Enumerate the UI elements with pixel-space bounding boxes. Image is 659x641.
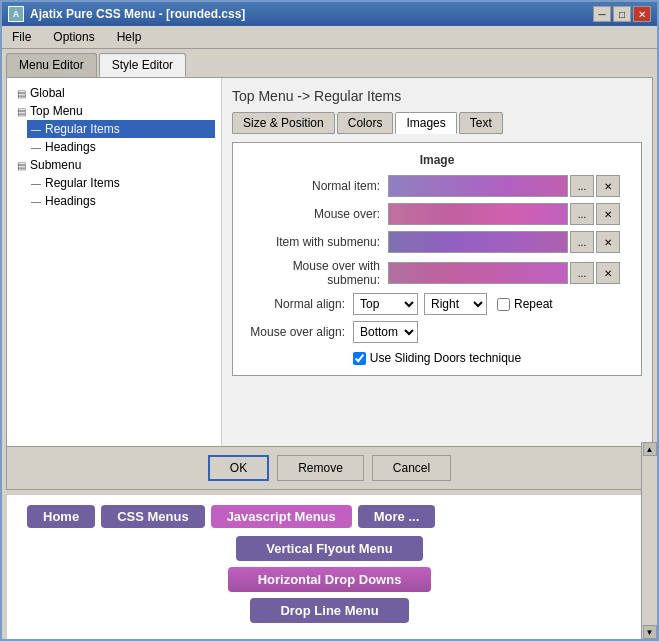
submenu-browse[interactable]: ... xyxy=(570,231,594,253)
app-icon: A xyxy=(8,6,24,22)
mouseover-sub-browse[interactable]: ... xyxy=(570,262,594,284)
preview-home-btn[interactable]: Home xyxy=(27,505,95,528)
maximize-button[interactable]: □ xyxy=(613,6,631,22)
inner-tabs: Size & Position Colors Images Text xyxy=(232,112,642,134)
right-panel: Top Menu -> Regular Items Size & Positio… xyxy=(222,78,652,446)
file-menu[interactable]: File xyxy=(6,28,37,46)
tab-style-editor[interactable]: Style Editor xyxy=(99,53,186,77)
repeat-area: Repeat xyxy=(497,297,553,311)
normal-item-color-bar[interactable] xyxy=(388,175,568,197)
sliding-doors-label: Use Sliding Doors technique xyxy=(370,351,521,365)
images-panel: Image Normal item: ... ✕ Mouse over: ...… xyxy=(232,142,642,376)
scroll-down-btn[interactable]: ▼ xyxy=(643,625,657,639)
sidebar-item-submenu[interactable]: ▤ Submenu xyxy=(13,156,215,174)
main-window: A Ajatix Pure CSS Menu - [rounded.css] ─… xyxy=(0,0,659,641)
mouseover-sub-label: Mouse over with submenu: xyxy=(243,259,388,287)
normal-align-row: Normal align: Top Center Bottom Left Rig… xyxy=(243,293,631,315)
sidebar-item-sub-headings[interactable]: — Headings xyxy=(27,192,215,210)
sidebar-label-topmenu: Top Menu xyxy=(30,104,83,118)
close-button[interactable]: ✕ xyxy=(633,6,651,22)
preview-more-btn[interactable]: More ... xyxy=(358,505,436,528)
minimize-button[interactable]: ─ xyxy=(593,6,611,22)
mouseover-color-bar[interactable] xyxy=(388,203,568,225)
mouse-align-row: Mouse over align: Top Center Bottom xyxy=(243,321,631,343)
sidebar-label-sub-headings: Headings xyxy=(45,194,96,208)
image-section-header: Image xyxy=(243,153,631,167)
sidebar-label-submenu: Submenu xyxy=(30,158,81,172)
topmenu-icon: ▤ xyxy=(17,106,26,117)
second-align-select[interactable]: Left Right Center xyxy=(424,293,487,315)
tab-menu-editor[interactable]: Menu Editor xyxy=(6,53,97,77)
preview-area: Home CSS Menus Javascript Menus More ...… xyxy=(6,494,653,641)
menu-bar: File Options Help xyxy=(2,26,657,49)
sidebar-item-topmenu[interactable]: ▤ Top Menu xyxy=(13,102,215,120)
mouse-align-label: Mouse over align: xyxy=(243,325,353,339)
title-bar-controls: ─ □ ✕ xyxy=(593,6,651,22)
sidebar: ▤ Global ▤ Top Menu — Regular Items — He… xyxy=(7,78,222,446)
mouseover-sub-clear[interactable]: ✕ xyxy=(596,262,620,284)
scroll-up-btn[interactable]: ▲ xyxy=(643,442,657,456)
submenu-icon: ▤ xyxy=(17,160,26,171)
tab-size-position[interactable]: Size & Position xyxy=(232,112,335,134)
sidebar-label-global: Global xyxy=(30,86,65,100)
tab-text[interactable]: Text xyxy=(459,112,503,134)
submenu-label: Item with submenu: xyxy=(243,235,388,249)
sliding-doors-row: Use Sliding Doors technique xyxy=(243,351,631,365)
normal-item-row: Normal item: ... ✕ xyxy=(243,175,631,197)
sidebar-label-regular-items: Regular Items xyxy=(45,122,120,136)
options-menu[interactable]: Options xyxy=(47,28,100,46)
preview-css-btn[interactable]: CSS Menus xyxy=(101,505,205,528)
submenu-color-bar[interactable] xyxy=(388,231,568,253)
submenu-row: Item with submenu: ... ✕ xyxy=(243,231,631,253)
mouseover-label: Mouse over: xyxy=(243,207,388,221)
sidebar-label-headings: Headings xyxy=(45,140,96,154)
repeat-checkbox[interactable] xyxy=(497,298,510,311)
sidebar-item-global[interactable]: ▤ Global xyxy=(13,84,215,102)
sub-regular-icon: — xyxy=(31,178,41,189)
repeat-label: Repeat xyxy=(514,297,553,311)
regular-items-icon: — xyxy=(31,124,41,135)
top-tabs: Menu Editor Style Editor xyxy=(2,49,657,77)
main-content: ▤ Global ▤ Top Menu — Regular Items — He… xyxy=(6,77,653,447)
bottom-buttons: OK Remove Cancel xyxy=(6,447,653,490)
sidebar-item-sub-regular[interactable]: — Regular Items xyxy=(27,174,215,192)
normal-item-browse[interactable]: ... xyxy=(570,175,594,197)
ok-button[interactable]: OK xyxy=(208,455,269,481)
preview-hd-btn[interactable]: Horizontal Drop Downs xyxy=(228,567,432,592)
window-title: Ajatix Pure CSS Menu - [rounded.css] xyxy=(30,7,245,21)
tab-images[interactable]: Images xyxy=(395,112,456,134)
submenu-clear[interactable]: ✕ xyxy=(596,231,620,253)
sidebar-item-regular-items[interactable]: — Regular Items xyxy=(27,120,215,138)
normal-item-clear[interactable]: ✕ xyxy=(596,175,620,197)
preview-js-btn[interactable]: Javascript Menus xyxy=(211,505,352,528)
remove-button[interactable]: Remove xyxy=(277,455,364,481)
mouseover-sub-row: Mouse over with submenu: ... ✕ xyxy=(243,259,631,287)
mouseover-browse[interactable]: ... xyxy=(570,203,594,225)
tab-colors[interactable]: Colors xyxy=(337,112,394,134)
help-menu[interactable]: Help xyxy=(111,28,148,46)
mouse-align-select[interactable]: Top Center Bottom xyxy=(353,321,418,343)
global-icon: ▤ xyxy=(17,88,26,99)
headings-icon: — xyxy=(31,142,41,153)
panel-title: Top Menu -> Regular Items xyxy=(232,88,642,104)
title-bar: A Ajatix Pure CSS Menu - [rounded.css] ─… xyxy=(2,2,657,26)
sliding-doors-checkbox[interactable] xyxy=(353,352,366,365)
sidebar-label-sub-regular: Regular Items xyxy=(45,176,120,190)
preview-vf-btn[interactable]: Vertical Flyout Menu xyxy=(236,536,422,561)
mouseover-sub-color-bar[interactable] xyxy=(388,262,568,284)
cancel-button[interactable]: Cancel xyxy=(372,455,451,481)
title-bar-left: A Ajatix Pure CSS Menu - [rounded.css] xyxy=(8,6,245,22)
preview-top-row: Home CSS Menus Javascript Menus More ... xyxy=(17,505,642,528)
preview-dl-btn[interactable]: Drop Line Menu xyxy=(250,598,408,623)
sidebar-item-headings[interactable]: — Headings xyxy=(27,138,215,156)
normal-align-label: Normal align: xyxy=(243,297,353,311)
normal-align-select[interactable]: Top Center Bottom xyxy=(353,293,418,315)
mouseover-clear[interactable]: ✕ xyxy=(596,203,620,225)
scrollbar: ▲ ▼ xyxy=(641,442,657,639)
sub-headings-icon: — xyxy=(31,196,41,207)
mouseover-row: Mouse over: ... ✕ xyxy=(243,203,631,225)
normal-item-label: Normal item: xyxy=(243,179,388,193)
